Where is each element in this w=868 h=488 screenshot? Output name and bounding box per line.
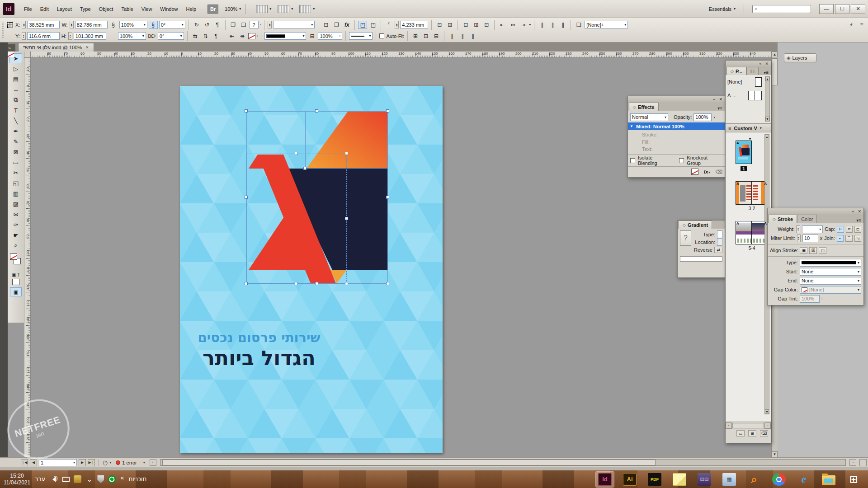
h-stepper[interactable]: ▲▼ [68, 32, 72, 40]
h-field[interactable]: 101.303 mm [74, 32, 106, 40]
screen-mode-button[interactable]: ▾ [299, 5, 315, 13]
calculator-icon[interactable]: ▦ [720, 472, 738, 487]
vertical-scroll-thumb[interactable] [772, 58, 778, 85]
spread-5-4-label[interactable]: 5-4 [736, 246, 768, 251]
language-indicator[interactable]: עבר [35, 476, 45, 483]
align-right-icon[interactable]: ⇥ [519, 21, 528, 29]
panel-menu-icon[interactable]: ▾≡ [715, 106, 725, 111]
chrome-icon[interactable] [770, 472, 788, 487]
view-options-button[interactable]: ▾ [278, 5, 293, 13]
clear-effects-icon[interactable] [691, 169, 698, 175]
drop-shadow-icon[interactable]: ❐ [332, 21, 341, 29]
layers-panel-button[interactable]: ◈ Layers [784, 53, 816, 62]
menu-item[interactable]: Layout [53, 5, 76, 13]
zoom-level-dropdown[interactable]: 100% ▾ [225, 6, 241, 12]
wrap-none-icon[interactable]: ◰ [358, 21, 367, 29]
butt-cap-icon[interactable]: ⊢ [837, 226, 844, 233]
type-tool[interactable]: T [9, 105, 22, 115]
rotate-cw-icon[interactable]: ↻ [192, 21, 201, 29]
flip-vertical-icon[interactable]: ⇅ [201, 32, 210, 40]
effects-target-row[interactable]: Fill: [630, 138, 722, 145]
close-button[interactable]: ✕ [851, 4, 865, 14]
paragraph-style-dropdown[interactable]: ▾ [273, 21, 315, 28]
collapse-panel-icon[interactable]: « [713, 97, 715, 102]
previous-page-icon[interactable]: ◀ [30, 459, 37, 466]
auto-fit-checkbox[interactable] [379, 33, 384, 38]
stroke-swatch-dropdown[interactable]: ▾ [264, 32, 306, 40]
next-page-icon[interactable]: ▶ [79, 459, 86, 466]
collapse-panel-icon[interactable]: « [852, 209, 854, 214]
page-1-label[interactable]: 1 [736, 166, 752, 171]
align-v-top-icon[interactable]: ⊞ [411, 32, 420, 40]
close-panel-icon[interactable]: ✕ [858, 209, 861, 214]
opacity-field[interactable]: 100% [693, 113, 712, 121]
style-stepper[interactable]: ▲▼ [268, 21, 272, 28]
stroke-style-dropdown[interactable]: ▾ [349, 32, 373, 40]
wrap-around-icon[interactable]: ◳ [368, 21, 377, 29]
pages-section-header[interactable]: ≡ Custom V ▾ [726, 124, 771, 132]
knockout-group-checkbox[interactable] [679, 158, 684, 163]
distribute-2-icon[interactable]: ∥ [548, 21, 557, 29]
hscroll-left-icon[interactable]: ‹ [150, 459, 156, 466]
scale-x-dropdown[interactable]: 100%▾ [119, 21, 147, 28]
zoom-tool[interactable]: ⌕ [9, 240, 22, 250]
content-collector-tool[interactable]: ⧉ [9, 95, 22, 105]
corner-radius-field[interactable]: 4.233 mm [400, 21, 428, 28]
gap-tint-field[interactable]: 100% [800, 295, 820, 303]
eyedropper-tool[interactable]: ✑ [9, 220, 22, 230]
fill-stroke-swatches[interactable] [9, 253, 22, 271]
select-container-icon[interactable]: ❐ [229, 21, 238, 29]
fit-frame-icon[interactable]: ⊞ [445, 21, 454, 29]
start-icon[interactable]: ⊞ [844, 472, 863, 487]
scroll-up-icon[interactable]: ▲ [772, 52, 778, 57]
fit-proportional-icon[interactable]: ⊞ [472, 21, 481, 29]
arrange-documents-button[interactable]: ▾ [256, 5, 271, 13]
internet-explorer-icon[interactable]: e [795, 472, 813, 487]
shear-angle-dropdown[interactable]: 0°▾ [158, 32, 184, 40]
end-dropdown[interactable]: None▾ [800, 277, 861, 285]
menu-item[interactable]: Window [156, 5, 182, 13]
gradient-location-field[interactable] [717, 238, 722, 246]
close-dock-icon[interactable]: ✕ [765, 61, 769, 66]
distribute-v-3-icon[interactable]: ∥ [468, 32, 477, 40]
stroke-type-dropdown[interactable]: ▾ [800, 259, 861, 267]
menu-item[interactable]: Object [95, 5, 118, 13]
gradient-swatch-tool[interactable]: ▥ [9, 188, 22, 198]
menu-item[interactable]: Help [182, 5, 200, 13]
gradient-feather-tool[interactable]: ▨ [9, 199, 22, 209]
master-none-item[interactable]: [None] [726, 75, 771, 89]
effects-target-row[interactable]: Stroke: [630, 131, 722, 138]
w-stepper[interactable]: ▲▼ [70, 21, 74, 28]
quick-transform-icon[interactable]: ⊡ [321, 21, 330, 29]
rotate-ccw-icon[interactable]: ↺ [203, 21, 212, 29]
programs-label[interactable]: תוכניות [128, 476, 146, 483]
gradient-tab[interactable]: ◇ Gradient [679, 221, 712, 229]
rectangle-tool[interactable]: ▭ [9, 157, 22, 167]
align-options-chevron-icon[interactable]: ▾ [529, 23, 531, 27]
fill-swatch[interactable] [10, 253, 17, 260]
master-a-item[interactable]: A-... [726, 89, 771, 102]
horizontal-scrollbar[interactable] [160, 459, 846, 466]
close-panel-icon[interactable]: ✕ [719, 97, 722, 102]
edit-page-size-icon[interactable]: ▭ [736, 430, 745, 436]
constrain-dimensions-icon[interactable]: § [109, 21, 118, 29]
pages-tab[interactable]: ◇ P... [726, 67, 746, 75]
note-tool[interactable]: ✉ [9, 209, 22, 219]
pages-scroll-left-icon[interactable]: ‹ [726, 422, 732, 429]
round-join-icon[interactable]: ⌒ [845, 235, 852, 242]
control-panel-menu-icon[interactable]: ≡ [857, 21, 866, 29]
first-page-icon[interactable]: ❘◀ [21, 459, 28, 466]
document-close-icon[interactable]: ✕ [85, 45, 89, 50]
menu-item[interactable]: Table [117, 5, 137, 13]
pen-tool[interactable]: ✒ [9, 126, 22, 136]
search-icon[interactable]: ⌕ [745, 472, 763, 487]
miter-limit-field[interactable]: 10 [802, 235, 818, 242]
direct-selection-tool[interactable]: ▷ [9, 64, 22, 74]
delete-page-icon[interactable]: ⌫ [760, 430, 768, 436]
selection-handle[interactable] [345, 152, 348, 155]
selection-handle[interactable] [345, 282, 348, 285]
pdf-icon[interactable]: PDF [646, 472, 664, 487]
selection-handle[interactable] [245, 109, 248, 113]
x-stepper[interactable]: ▲▼ [22, 21, 26, 28]
round-cap-icon[interactable]: ⊂ [846, 226, 853, 233]
